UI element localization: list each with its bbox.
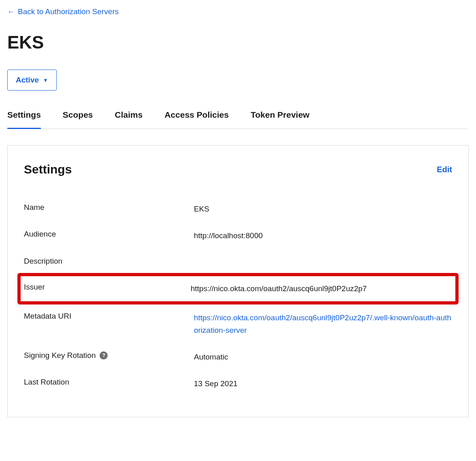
metadata-uri-link[interactable]: https://nico.okta.com/oauth2/auscq6unl9j…: [194, 313, 451, 334]
setting-row-audience: Audience http://localhost:8000: [24, 222, 452, 249]
caret-down-icon: ▼: [43, 77, 48, 83]
issuer-highlight: Issuer https://nico.okta.com/oauth2/ausc…: [17, 273, 459, 305]
edit-button[interactable]: Edit: [437, 165, 452, 174]
setting-label-last-rotation: Last Rotation: [24, 378, 194, 387]
setting-label-metadata-uri: Metadata URI: [24, 312, 194, 321]
back-link[interactable]: ← Back to Authorization Servers: [7, 7, 119, 16]
setting-value-name: EKS: [194, 203, 452, 215]
tab-claims[interactable]: Claims: [115, 110, 143, 129]
page-title: EKS: [7, 32, 469, 53]
setting-label-issuer: Issuer: [24, 283, 191, 292]
tab-scopes[interactable]: Scopes: [63, 110, 93, 129]
setting-value-signing-key-rotation: Automatic: [194, 351, 452, 363]
setting-value-last-rotation: 13 Sep 2021: [194, 378, 452, 390]
setting-label-name: Name: [24, 203, 194, 212]
signing-key-rotation-text: Signing Key Rotation: [24, 351, 96, 360]
setting-label-description: Description: [24, 257, 194, 266]
tab-token-preview[interactable]: Token Preview: [251, 110, 310, 129]
setting-label-signing-key-rotation: Signing Key Rotation ?: [24, 351, 194, 360]
arrow-left-icon: ←: [7, 8, 15, 16]
status-dropdown[interactable]: Active ▼: [7, 70, 57, 91]
status-label: Active: [16, 76, 39, 85]
tab-access-policies[interactable]: Access Policies: [164, 110, 229, 129]
setting-value-audience: http://localhost:8000: [194, 230, 452, 242]
setting-row-issuer: Issuer https://nico.okta.com/oauth2/ausc…: [24, 278, 452, 300]
setting-row-name: Name EKS: [24, 196, 452, 222]
panel-header: Settings Edit: [24, 163, 452, 176]
settings-panel: Settings Edit Name EKS Audience http://l…: [7, 145, 469, 417]
help-icon[interactable]: ?: [100, 351, 108, 359]
setting-value-issuer: https://nico.okta.com/oauth2/auscq6unl9j…: [191, 283, 452, 295]
setting-row-last-rotation: Last Rotation 13 Sep 2021: [24, 370, 452, 397]
back-link-label: Back to Authorization Servers: [18, 7, 119, 16]
tabs: Settings Scopes Claims Access Policies T…: [7, 110, 469, 129]
panel-title: Settings: [24, 163, 72, 176]
setting-row-signing-key-rotation: Signing Key Rotation ? Automatic: [24, 344, 452, 370]
setting-value-metadata-uri: https://nico.okta.com/oauth2/auscq6unl9j…: [194, 312, 452, 336]
tab-settings[interactable]: Settings: [7, 110, 41, 129]
setting-label-audience: Audience: [24, 230, 194, 239]
setting-row-metadata-uri: Metadata URI https://nico.okta.com/oauth…: [24, 305, 452, 344]
setting-row-description: Description: [24, 250, 452, 273]
